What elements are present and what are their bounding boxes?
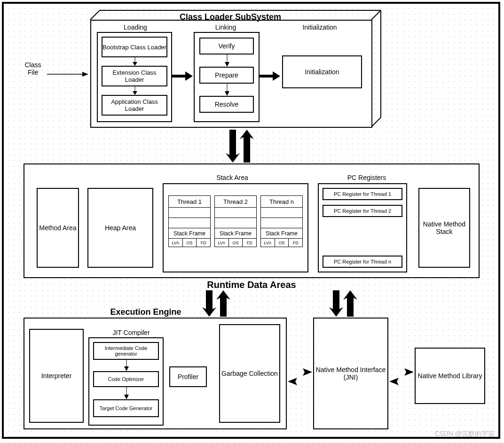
svg-line-5: [371, 10, 381, 20]
thread2-stack: Thread 2 Stack Frame LVAOSFD: [214, 195, 257, 247]
interpreter: Interpreter: [29, 329, 84, 423]
loading-label: Loading: [117, 23, 154, 31]
svg-marker-16: [225, 91, 229, 96]
stack-area-label: Stack Area: [209, 174, 256, 181]
profiler: Profiler: [169, 366, 207, 387]
runtime-title: Runtime Data Areas: [188, 280, 315, 290]
garbage-collection: Garbage Collection: [219, 324, 280, 423]
svg-line-4: [90, 10, 100, 20]
svg-marker-8: [133, 62, 137, 66]
class-file-label: Class File: [19, 61, 47, 76]
pc-registers-label: PC Registers: [339, 174, 395, 181]
linking-label: Linking: [207, 23, 244, 31]
svg-marker-19: [226, 130, 240, 163]
svg-marker-1: [82, 72, 88, 77]
svg-marker-28: [124, 395, 129, 399]
svg-marker-21: [202, 290, 216, 317]
svg-marker-10: [133, 91, 137, 95]
thread1-stack: Thread 1 Stack Frame LVAOSFD: [168, 195, 211, 247]
method-area: Method Area: [37, 188, 79, 268]
extension-loader: Extension Class Loader: [102, 66, 167, 86]
threadn-stack: Thread n Stack Frame LVAOSFD: [260, 195, 303, 247]
svg-marker-14: [225, 62, 229, 67]
native-method-stack: Native Method Stack: [418, 188, 470, 268]
pc-reg-2: PC Register for Thread 2: [323, 205, 402, 217]
resolve-box: Resolve: [199, 96, 254, 113]
svg-marker-23: [329, 290, 343, 317]
jit-label: JIT Compiler: [105, 329, 157, 336]
svg-marker-29: [288, 368, 312, 376]
pc-reg-n: PC Register for Thread n: [323, 256, 402, 268]
pc-reg-1: PC Register for Thread 1: [323, 188, 402, 200]
svg-marker-18: [273, 71, 280, 81]
init-label: Initialization: [291, 23, 348, 31]
jni: Native Method Interface (JNI): [313, 318, 388, 429]
watermark: CSDN @沉默的宇宙: [434, 430, 495, 438]
svg-marker-12: [185, 71, 193, 81]
svg-marker-32: [389, 378, 414, 385]
application-loader: Application Class Loader: [102, 95, 167, 116]
native-method-library: Native Method Library: [415, 348, 485, 404]
svg-line-6: [371, 117, 381, 127]
exec-engine-title: Execution Engine: [94, 307, 197, 317]
jit-tcg: Target Code Generator: [93, 399, 159, 417]
init-box: Initialization: [282, 55, 362, 88]
verify-box: Verify: [199, 38, 254, 54]
jit-opt: Code Optimizer: [93, 371, 159, 387]
svg-marker-31: [389, 368, 414, 376]
svg-marker-22: [216, 290, 230, 317]
svg-marker-24: [343, 290, 357, 317]
bootstrap-loader: Bootstrap Class Loader: [102, 37, 167, 57]
prepare-box: Prepare: [199, 67, 254, 84]
heap-area: Heap Area: [87, 188, 153, 268]
class-loader-title: Class Loader SubSystem: [160, 12, 301, 22]
jit-icg: Intermediate Code generator: [93, 342, 159, 360]
svg-marker-26: [124, 366, 129, 371]
svg-marker-20: [240, 130, 254, 163]
svg-marker-30: [288, 378, 312, 385]
